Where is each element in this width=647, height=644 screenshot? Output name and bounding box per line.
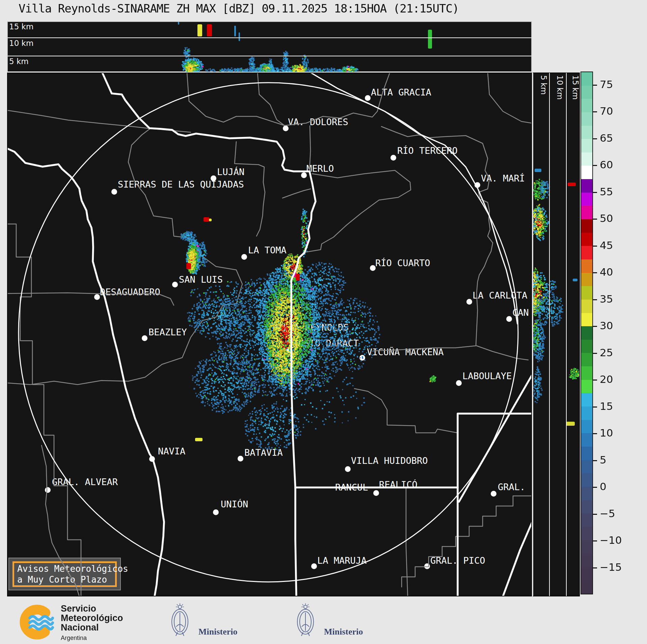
colorbar-segment — [581, 500, 592, 514]
colorbar-tick-label: 30 — [600, 319, 613, 332]
colorbar-tick-mark — [593, 299, 597, 300]
colorbar-tick-label: 25 — [600, 346, 613, 359]
city-label: LUJÁN — [217, 167, 244, 177]
colorbar-tick-label: 70 — [600, 105, 613, 117]
city-dot — [238, 456, 243, 461]
city-dot — [172, 282, 178, 287]
city-dot — [266, 331, 271, 337]
colorbar-tick-label: 60 — [600, 159, 613, 171]
colorbar-tick-mark — [593, 407, 597, 408]
colorbar-segment — [581, 366, 592, 380]
colorbar-segment — [581, 313, 592, 327]
colorbar-segment — [581, 460, 592, 474]
colorbar-tick-label: −15 — [600, 561, 622, 573]
colorbar-tick-label: −5 — [600, 507, 615, 520]
smn-line-3: Nacional — [61, 623, 123, 632]
city-dot — [365, 95, 371, 101]
colorbar-segment — [581, 86, 592, 99]
city-label: UNIÓN — [221, 499, 248, 509]
colorbar-tick-mark — [593, 540, 597, 541]
colorbar-segment — [581, 554, 592, 567]
colorbar-segment — [581, 233, 592, 246]
colorbar-segment — [581, 407, 592, 420]
city-label: SAN LUIS — [179, 274, 223, 285]
city-label: GRAL. PICO — [430, 555, 485, 566]
city-label: VA. MARÍ — [481, 173, 525, 184]
city-dot — [301, 172, 307, 178]
city-dot — [149, 456, 155, 462]
city-dot — [283, 125, 289, 131]
side-height-label-5km: 5 km — [539, 75, 548, 95]
colorbar-tick-label: 75 — [600, 78, 613, 90]
height-label-5km: 5 km — [9, 57, 29, 66]
city-dot — [286, 347, 292, 353]
colorbar-tick-label: 10 — [600, 427, 613, 439]
colorbar-tick-mark — [593, 353, 597, 354]
colorbar-tick-label: 40 — [600, 266, 613, 278]
city-label: JUSTO DARACT — [293, 338, 359, 348]
city-dot — [345, 466, 351, 472]
colorbar-tick-mark — [593, 487, 597, 488]
ministry-economia-text: Ministerio de Economía República Argenti… — [324, 607, 373, 644]
city-label: RANCUL — [335, 482, 368, 493]
city-label: LA MARUJA — [317, 555, 367, 566]
colorbar-segment — [581, 433, 592, 447]
city-label: VILLA HUIDOBRO — [351, 455, 428, 466]
warning-badge[interactable]: Avisos Meteorológicos a Muy Corto Plazo — [8, 558, 121, 590]
colorbar-segment — [581, 246, 592, 259]
colorbar-tick-label: −10 — [600, 534, 622, 546]
colorbar-segment — [581, 513, 592, 527]
colorbar-tick-mark — [593, 219, 597, 220]
colorbar-tick-mark — [593, 192, 597, 193]
city-label: GRAL. ALVEAR — [52, 477, 118, 487]
colorbar-tick-label: 20 — [600, 373, 613, 385]
colorbar-tick-mark — [593, 165, 597, 166]
colorbar-segment — [581, 273, 592, 286]
colorbar-segment — [581, 112, 592, 126]
city-dot — [475, 182, 480, 188]
city-label: BEAZLEY — [149, 327, 187, 337]
colorbar-segment — [581, 326, 592, 340]
city-label: LABOULAYE — [462, 371, 512, 381]
colorbar-segment — [581, 152, 592, 166]
colorbar-segment — [581, 193, 592, 206]
city-label: MERLO — [306, 163, 334, 174]
colorbar-tick-label: 15 — [600, 400, 613, 412]
colorbar-segment — [581, 527, 592, 540]
argentina-coat-of-arms-icon — [169, 603, 190, 638]
city-dot — [506, 316, 512, 322]
colorbar-tick-mark — [593, 111, 597, 112]
smn-wordmark: Servicio Meteorológico Nacional Argentin… — [61, 604, 123, 643]
colorbar-segment — [581, 139, 592, 152]
colorbar-segment — [581, 580, 592, 594]
colorbar-segment — [581, 393, 592, 407]
colorbar-segment — [581, 126, 592, 139]
city-label: VILLA REYNOLDS — [272, 322, 349, 333]
city-label: VICUÑA MACKENA — [367, 347, 444, 357]
height-label-10km: 10 km — [9, 39, 33, 48]
city-dot — [424, 563, 430, 569]
colorbar-segment — [581, 567, 592, 581]
city-dot — [94, 294, 100, 300]
city-dot — [142, 335, 147, 341]
radar-product-page: { "title": "Villa Reynolds-SINARAME ZH M… — [0, 0, 647, 644]
city-label: RÍO CUARTO — [375, 258, 430, 268]
colorbar-tick-mark — [593, 326, 597, 327]
city-label: CAN — [512, 307, 529, 318]
colorbar-segment — [581, 300, 592, 313]
city-dot — [390, 155, 396, 161]
colorbar-tick-label: 65 — [600, 132, 613, 144]
city-dot — [466, 299, 472, 305]
city-dot — [456, 380, 462, 386]
city-dot — [311, 563, 317, 569]
colorbar-segment — [581, 99, 592, 112]
city-dot — [373, 490, 379, 496]
ministry-title-line: Ministerio — [198, 627, 243, 637]
colorbar-tick-label: 35 — [600, 293, 613, 305]
colorbar-tick-mark — [593, 246, 597, 247]
colorbar-tick-label: 55 — [600, 186, 613, 198]
smn-logo-icon — [20, 604, 57, 640]
smn-country: Argentina — [61, 633, 123, 643]
colorbar-tick-label: 5 — [600, 454, 606, 466]
city-dot — [241, 254, 247, 260]
